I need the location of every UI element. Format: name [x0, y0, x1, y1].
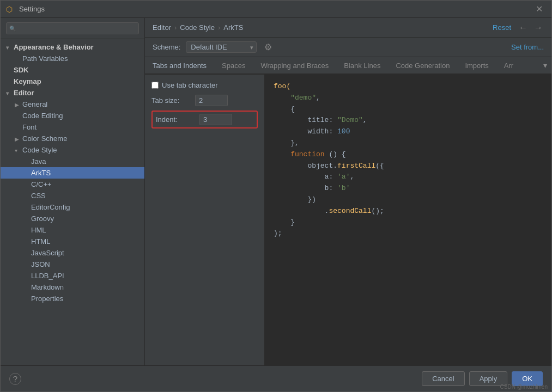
breadcrumb-code-style: Code Style — [180, 23, 215, 32]
scheme-label: Scheme: — [153, 43, 180, 51]
sidebar-item-html[interactable]: HTML — [1, 236, 144, 247]
breadcrumb: Editor › Code Style › ArkTS — [153, 23, 243, 32]
code-line: } — [274, 217, 543, 229]
sidebar-tree: ▾Appearance & BehaviorPath VariablesSDKK… — [1, 39, 144, 365]
sidebar-item-font[interactable]: Font — [1, 121, 144, 133]
title-bar: ⬡ Settings ✕ — [1, 1, 551, 18]
forward-button[interactable]: → — [533, 23, 544, 33]
scheme-select-wrap: Default IDEProjectCustom — [186, 41, 257, 53]
tab-spaces[interactable]: Spaces — [214, 58, 253, 75]
set-from-button[interactable]: Set from... — [511, 43, 544, 51]
breadcrumb-sep-1: › — [174, 23, 177, 32]
tab-imports[interactable]: Imports — [457, 58, 496, 75]
app-icon: ⬡ — [6, 5, 15, 14]
sidebar: ▾Appearance & BehaviorPath VariablesSDKK… — [1, 18, 145, 365]
code-preview: foo( "demo", { title: "Demo", width: 100… — [265, 75, 551, 365]
header-actions: Reset ← → — [490, 22, 544, 33]
sidebar-item-code-style[interactable]: ▾Code Style — [1, 144, 144, 156]
panel-area: Use tab character Tab size: Indent: foo(… — [145, 75, 551, 365]
back-button[interactable]: ← — [518, 23, 529, 33]
indent-row: Indent: — [151, 111, 258, 128]
search-bar — [1, 18, 144, 39]
sidebar-item-hml[interactable]: HML — [1, 224, 144, 236]
breadcrumb-editor: Editor — [153, 23, 171, 32]
sidebar-item-color-scheme[interactable]: ▶Color Scheme — [1, 133, 144, 144]
code-line: b: 'b' — [274, 183, 543, 194]
sidebar-item-keymap[interactable]: Keymap — [1, 76, 144, 87]
code-line: title: "Demo", — [274, 115, 543, 126]
code-line: ); — [274, 228, 543, 240]
sidebar-item-code-editing[interactable]: Code Editing — [1, 110, 144, 121]
sidebar-item-json[interactable]: JSON — [1, 259, 144, 270]
sidebar-item-editorconfig[interactable]: EditorConfig — [1, 201, 144, 213]
code-line: .secondCall(); — [274, 206, 543, 217]
sidebar-item-path-variables[interactable]: Path Variables — [1, 53, 144, 64]
tab-wrapping[interactable]: Wrapping and Braces — [253, 58, 336, 75]
scheme-bar: Scheme: Default IDEProjectCustom ⚙ Set f… — [145, 38, 551, 57]
sidebar-item-groovy[interactable]: Groovy — [1, 213, 144, 224]
code-line: "demo", — [274, 93, 543, 104]
code-line: object.firstCall({ — [274, 161, 543, 172]
code-line: width: 100 — [274, 126, 543, 138]
tab-size-label: Tab size: — [151, 96, 195, 105]
search-wrap — [6, 22, 139, 34]
code-line: foo( — [274, 81, 543, 93]
use-tab-character-row: Use tab character — [151, 81, 258, 89]
scheme-select[interactable]: Default IDEProjectCustom — [186, 41, 257, 53]
window-title: Settings — [19, 5, 532, 13]
main-header: Editor › Code Style › ArkTS Reset ← → — [145, 18, 551, 38]
tab-size-input[interactable] — [195, 95, 228, 106]
sidebar-item-appearance[interactable]: ▾Appearance & Behavior — [1, 41, 144, 53]
tab-size-row: Tab size: — [151, 95, 258, 106]
sidebar-item-lldb-api[interactable]: LLDB_API — [1, 270, 144, 281]
indent-label: Indent: — [156, 115, 199, 124]
sidebar-item-general[interactable]: ▶General — [1, 99, 144, 110]
code-line: function () { — [274, 149, 543, 161]
breadcrumb-sep-2: › — [218, 23, 220, 32]
watermark: CSDN @mozhimen — [500, 384, 548, 390]
cancel-button[interactable]: Cancel — [422, 371, 464, 386]
content-area: ▾Appearance & BehaviorPath VariablesSDKK… — [1, 18, 551, 365]
tab-code-generation[interactable]: Code Generation — [388, 58, 457, 75]
tab-tabs-indents[interactable]: Tabs and Indents — [145, 58, 214, 75]
code-line: a: 'a', — [274, 171, 543, 183]
sidebar-item-javascript[interactable]: JavaScript — [1, 247, 144, 259]
tabs-more-button[interactable]: ▾ — [539, 57, 551, 74]
close-button[interactable]: ✕ — [532, 3, 546, 15]
sidebar-item-c-cpp[interactable]: C/C++ — [1, 179, 144, 190]
tabs-bar: Tabs and IndentsSpacesWrapping and Brace… — [145, 57, 551, 75]
search-input[interactable] — [6, 22, 139, 34]
code-line: { — [274, 104, 543, 115]
main-panel: Editor › Code Style › ArkTS Reset ← → Sc… — [145, 18, 551, 365]
indent-input[interactable] — [199, 114, 232, 125]
tab-blank-lines[interactable]: Blank Lines — [336, 58, 388, 75]
bottom-bar: ? Cancel Apply OK — [1, 365, 551, 391]
sidebar-item-sdk[interactable]: SDK — [1, 64, 144, 76]
settings-panel: Use tab character Tab size: Indent: — [145, 75, 265, 365]
sidebar-item-java[interactable]: Java — [1, 156, 144, 167]
sidebar-item-editor[interactable]: ▾Editor — [1, 87, 144, 99]
sidebar-item-properties[interactable]: Properties — [1, 293, 144, 304]
reset-button[interactable]: Reset — [490, 22, 513, 33]
tab-arr[interactable]: Arr — [496, 58, 521, 75]
code-line: }) — [274, 194, 543, 206]
settings-window: ⬡ Settings ✕ ▾Appearance & BehaviorPath … — [0, 0, 552, 392]
scheme-gear-button[interactable]: ⚙ — [262, 41, 274, 53]
breadcrumb-arkts: ArkTS — [223, 23, 243, 32]
code-line: }, — [274, 138, 543, 149]
help-button[interactable]: ? — [9, 373, 21, 385]
sidebar-item-css[interactable]: CSS — [1, 190, 144, 201]
use-tab-character-checkbox[interactable] — [151, 82, 159, 89]
use-tab-character-label[interactable]: Use tab character — [162, 81, 218, 89]
sidebar-item-arkts[interactable]: ArkTS — [1, 167, 144, 179]
sidebar-item-markdown[interactable]: Markdown — [1, 281, 144, 293]
